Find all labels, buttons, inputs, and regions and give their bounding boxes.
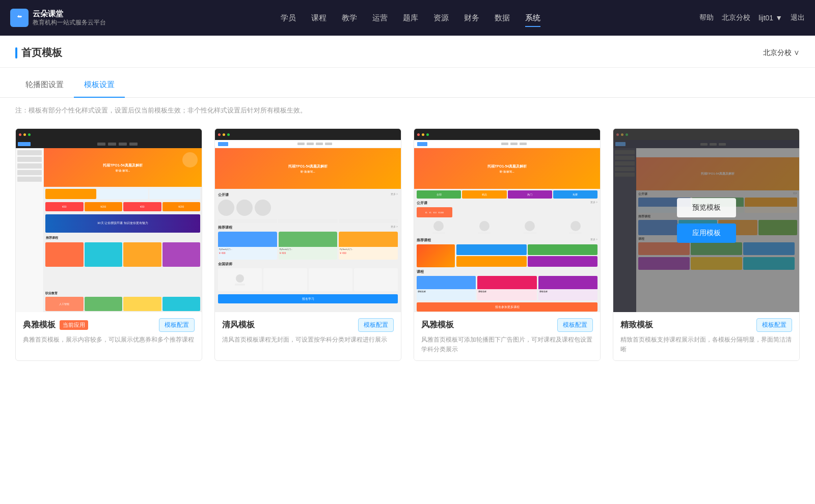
template-desc-jingzhi: 精致首页模板支持课程展示封面，各模板分隔明显，界面简洁清晰: [620, 335, 792, 354]
preview-template-btn[interactable]: 预览模板: [677, 198, 736, 217]
logo: ☁ 云朵课堂 教育机构一站式服务云平台: [10, 9, 106, 27]
templates-grid: 托福TPO1-54真题及解析 听·说·读·写...: [0, 123, 815, 376]
template-name-dianva: 典雅模板: [23, 320, 56, 330]
nav-resources[interactable]: 资源: [433, 11, 449, 25]
template-footer-fengya: 风雅模板 模板配置 风雅首页模板可添加轮播图下广告图片，可对课程及课程包设置学科…: [414, 312, 600, 360]
chevron-down-icon: ∨: [794, 48, 800, 58]
template-name-fengya: 风雅模板: [421, 320, 454, 330]
template-footer-qingfeng: 清风模板 模板配置 清风首页模板课程无封面，可设置按学科分类对课程进行展示: [215, 312, 401, 351]
template-card-dianva[interactable]: 托福TPO1-54真题及解析 听·说·读·写...: [15, 128, 202, 361]
apply-template-btn[interactable]: 应用模板: [677, 223, 736, 243]
main-nav: 学员 课程 教学 运营 题库 资源 财务 数据 系统: [121, 11, 699, 25]
template-preview-fengya: 托福TPO1-54真题及解析 听·说·读·写... 全部 精品 热门 免费: [414, 129, 600, 312]
nav-finance[interactable]: 财务: [464, 11, 479, 25]
template-card-fengya[interactable]: 托福TPO1-54真题及解析 听·说·读·写... 全部 精品 热门 免费: [414, 128, 601, 361]
template-preview-jingzhi: 预览模板 应用模板: [613, 129, 799, 312]
tab-carousel[interactable]: 轮播图设置: [15, 73, 74, 98]
nav-operations[interactable]: 运营: [372, 11, 388, 25]
config-btn-fengya[interactable]: 模板配置: [557, 318, 593, 332]
navbar-right: 帮助 北京分校 lijt01 ▼ 退出: [699, 13, 805, 22]
template-desc-qingfeng: 清风首页模板课程无封面，可设置按学科分类对课程进行展示: [222, 335, 394, 345]
page-title: 首页模板: [15, 46, 62, 60]
template-card-qingfeng[interactable]: 托福TPO1-54真题及解析 听·说·读·写... 公开课更多 >: [214, 128, 401, 361]
config-btn-qingfeng[interactable]: 模板配置: [358, 318, 394, 332]
template-name-qingfeng: 清风模板: [222, 320, 255, 330]
user-menu[interactable]: lijt01 ▼: [758, 14, 782, 22]
page-header: 首页模板 北京分校 ∨: [0, 36, 815, 68]
logo-icon: ☁: [10, 9, 29, 27]
nav-students[interactable]: 学员: [281, 11, 296, 25]
nav-questions[interactable]: 题库: [403, 11, 418, 25]
navbar: ☁ 云朵课堂 教育机构一站式服务云平台 学员 课程 教学 运营 题库 资源 财务…: [0, 0, 815, 36]
template-name-jingzhi: 精致模板: [620, 320, 653, 330]
nav-system[interactable]: 系统: [525, 11, 540, 25]
note-text: 注：模板有部分个性化样式设置，设置后仅当前模板生效；非个性化样式设置后针对所有模…: [0, 98, 815, 123]
main-content: 首页模板 北京分校 ∨ 轮播图设置 模板设置 注：模板有部分个性化样式设置，设置…: [0, 36, 815, 504]
template-preview-dianva: 托福TPO1-54真题及解析 听·说·读·写...: [16, 129, 202, 312]
template-desc-fengya: 风雅首页模板可添加轮播图下广告图片，可对课程及课程包设置学科分类展示: [421, 335, 593, 354]
badge-current: 当前应用: [60, 320, 88, 330]
nav-data[interactable]: 数据: [495, 11, 510, 25]
config-btn-dianva[interactable]: 模板配置: [159, 318, 195, 332]
logo-title: 云朵课堂: [33, 9, 106, 19]
logout-button[interactable]: 退出: [791, 13, 805, 22]
template-preview-qingfeng: 托福TPO1-54真题及解析 听·说·读·写... 公开课更多 >: [215, 129, 401, 312]
template-card-jingzhi[interactable]: 预览模板 应用模板: [613, 128, 800, 361]
branch-selector[interactable]: 北京分校 ∨: [763, 48, 800, 58]
branch-name[interactable]: 北京分校: [722, 13, 750, 22]
nav-courses[interactable]: 课程: [311, 11, 327, 25]
config-btn-jingzhi[interactable]: 模板配置: [756, 318, 792, 332]
tab-template[interactable]: 模板设置: [74, 73, 125, 98]
tabs-bar: 轮播图设置 模板设置: [0, 73, 815, 98]
nav-teaching[interactable]: 教学: [342, 11, 357, 25]
template-hover-overlay: 预览模板 应用模板: [613, 129, 799, 312]
template-footer-dianva: 典雅模板 当前应用 模板配置 典雅首页模板，展示内容较多，可以展示优惠券和多个推…: [16, 312, 202, 351]
template-footer-jingzhi: 精致模板 模板配置 精致首页模板支持课程展示封面，各模板分隔明显，界面简洁清晰: [613, 312, 799, 360]
logo-subtitle: 教育机构一站式服务云平台: [33, 19, 106, 27]
help-link[interactable]: 帮助: [699, 13, 714, 22]
template-desc-dianva: 典雅首页模板，展示内容较多，可以展示优惠券和多个推荐课程: [23, 335, 195, 345]
